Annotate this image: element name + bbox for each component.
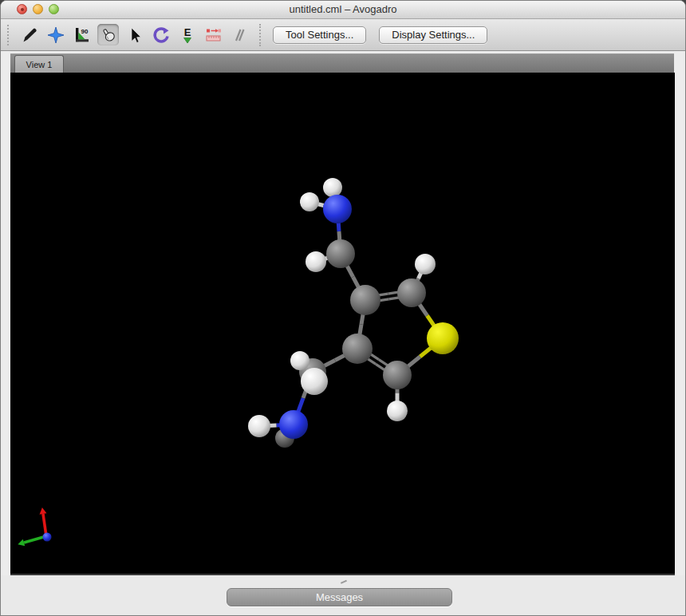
titlebar[interactable]: untitled.cml – Avogadro	[1, 1, 685, 19]
toolbar: 90 E	[1, 19, 685, 51]
axes-widget	[18, 507, 51, 546]
window-title: untitled.cml – Avogadro	[1, 1, 685, 18]
protractor-icon: 90	[73, 26, 92, 45]
view-tabbar: View 1	[10, 53, 674, 73]
zoom-button[interactable]	[49, 4, 59, 14]
tool-settings-button[interactable]: Tool Settings...	[273, 26, 366, 44]
tool-draw[interactable]	[18, 24, 40, 45]
statusbar: Messages	[1, 575, 685, 616]
messages-button[interactable]: Messages	[227, 588, 452, 606]
tool-measure[interactable]: 90	[71, 24, 93, 45]
viewport-3d[interactable]	[10, 73, 675, 575]
tool-bond-centric[interactable]	[150, 24, 172, 45]
cursor-arrow-icon	[125, 26, 144, 45]
toolbar-separator	[259, 24, 263, 46]
molecule-canvas	[10, 73, 675, 574]
pencil-icon	[20, 26, 39, 45]
close-button[interactable]	[17, 4, 27, 14]
tool-manipulate[interactable]	[97, 24, 119, 45]
rotate-arrow-icon	[152, 26, 171, 45]
traffic-lights	[17, 4, 59, 14]
tool-auto-optimize[interactable]: E	[176, 24, 198, 45]
tool-auto-rotate[interactable]	[229, 24, 250, 45]
navigate-star-icon	[46, 26, 65, 45]
svg-text:E: E	[183, 26, 191, 38]
splitter-handle[interactable]	[341, 580, 349, 588]
tab-view-1[interactable]: View 1	[14, 55, 64, 73]
double-slash-icon	[231, 26, 250, 45]
minimize-button[interactable]	[33, 4, 43, 14]
tool-align[interactable]	[203, 24, 224, 45]
avogadro-window: untitled.cml – Avogadro 90	[0, 0, 686, 616]
tool-select[interactable]	[124, 24, 145, 45]
align-ruler-icon	[204, 26, 223, 45]
display-settings-button[interactable]: Display Settings...	[379, 26, 487, 44]
hand-icon	[99, 26, 118, 45]
svg-text:90: 90	[81, 28, 88, 35]
molecule-bonds	[259, 202, 443, 426]
tool-navigate[interactable]	[45, 24, 66, 45]
optimize-e-icon: E	[178, 26, 197, 45]
toolbar-grip[interactable]	[7, 25, 11, 45]
